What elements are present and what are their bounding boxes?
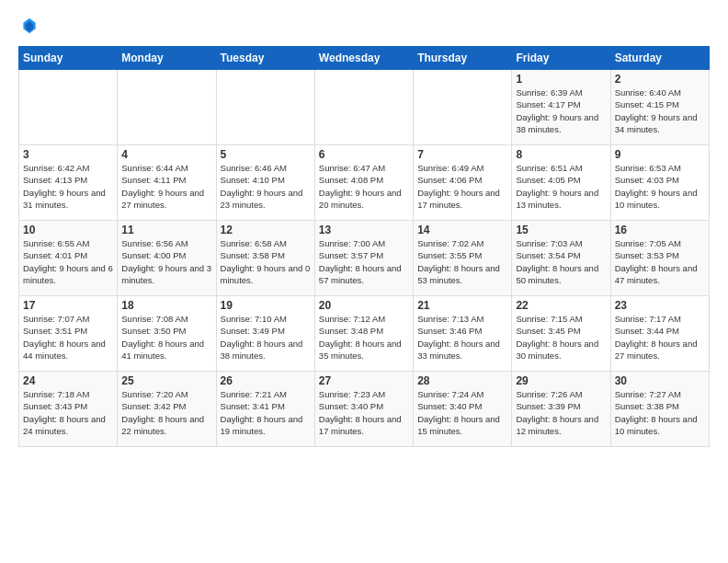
calendar-cell: 20Sunrise: 7:12 AM Sunset: 3:48 PM Dayli…	[314, 296, 413, 372]
day-number: 23	[615, 299, 705, 312]
header	[18, 17, 710, 39]
calendar-cell: 29Sunrise: 7:26 AM Sunset: 3:39 PM Dayli…	[512, 372, 610, 447]
weekday-header: Friday	[512, 47, 610, 70]
calendar-cell: 4Sunrise: 6:44 AM Sunset: 4:11 PM Daylig…	[118, 145, 216, 221]
day-info: Sunrise: 7:03 AM Sunset: 3:54 PM Dayligh…	[516, 237, 606, 286]
day-info: Sunrise: 7:00 AM Sunset: 3:57 PM Dayligh…	[319, 237, 409, 286]
weekday-header: Saturday	[610, 47, 709, 70]
day-info: Sunrise: 6:58 AM Sunset: 3:58 PM Dayligh…	[221, 237, 311, 286]
day-info: Sunrise: 7:18 AM Sunset: 3:43 PM Dayligh…	[23, 388, 113, 437]
day-info: Sunrise: 6:40 AM Sunset: 4:15 PM Dayligh…	[615, 86, 705, 135]
day-info: Sunrise: 6:46 AM Sunset: 4:10 PM Dayligh…	[221, 162, 311, 211]
day-info: Sunrise: 7:02 AM Sunset: 3:55 PM Dayligh…	[417, 237, 507, 286]
calendar-cell: 19Sunrise: 7:10 AM Sunset: 3:49 PM Dayli…	[216, 296, 314, 372]
day-info: Sunrise: 7:07 AM Sunset: 3:51 PM Dayligh…	[23, 313, 113, 362]
day-info: Sunrise: 6:44 AM Sunset: 4:11 PM Dayligh…	[121, 162, 211, 211]
calendar-body: 1Sunrise: 6:39 AM Sunset: 4:17 PM Daylig…	[19, 70, 710, 447]
calendar-cell: 13Sunrise: 7:00 AM Sunset: 3:57 PM Dayli…	[314, 221, 413, 296]
day-number: 29	[516, 374, 606, 387]
day-info: Sunrise: 6:49 AM Sunset: 4:06 PM Dayligh…	[417, 162, 507, 211]
logo-icon	[20, 17, 39, 35]
day-info: Sunrise: 6:55 AM Sunset: 4:01 PM Dayligh…	[23, 237, 113, 286]
calendar-cell: 1Sunrise: 6:39 AM Sunset: 4:17 PM Daylig…	[512, 70, 610, 145]
header-row: SundayMondayTuesdayWednesdayThursdayFrid…	[19, 47, 710, 70]
day-number: 22	[516, 299, 606, 312]
day-number: 21	[417, 299, 507, 312]
calendar-cell: 8Sunrise: 6:51 AM Sunset: 4:05 PM Daylig…	[512, 145, 610, 221]
day-number: 26	[221, 374, 311, 387]
day-number: 7	[417, 148, 507, 161]
day-info: Sunrise: 6:47 AM Sunset: 4:08 PM Dayligh…	[319, 162, 409, 211]
calendar-cell: 10Sunrise: 6:55 AM Sunset: 4:01 PM Dayli…	[19, 221, 118, 296]
day-number: 11	[121, 224, 211, 236]
calendar-cell: 6Sunrise: 6:47 AM Sunset: 4:08 PM Daylig…	[314, 145, 413, 221]
weekday-header: Monday	[118, 47, 216, 70]
day-number: 13	[319, 224, 409, 236]
calendar-cell: 30Sunrise: 7:27 AM Sunset: 3:38 PM Dayli…	[610, 372, 709, 447]
day-number: 8	[516, 148, 606, 161]
day-number: 14	[417, 224, 507, 236]
calendar-cell	[216, 70, 314, 145]
calendar-cell: 11Sunrise: 6:56 AM Sunset: 4:00 PM Dayli…	[118, 221, 216, 296]
calendar-cell	[314, 70, 413, 145]
calendar-cell: 5Sunrise: 6:46 AM Sunset: 4:10 PM Daylig…	[216, 145, 314, 221]
day-info: Sunrise: 7:24 AM Sunset: 3:40 PM Dayligh…	[417, 388, 507, 437]
day-info: Sunrise: 7:27 AM Sunset: 3:38 PM Dayligh…	[615, 388, 705, 437]
day-number: 17	[23, 299, 113, 312]
calendar-cell: 14Sunrise: 7:02 AM Sunset: 3:55 PM Dayli…	[414, 221, 512, 296]
day-info: Sunrise: 6:51 AM Sunset: 4:05 PM Dayligh…	[516, 162, 606, 211]
calendar-cell: 16Sunrise: 7:05 AM Sunset: 3:53 PM Dayli…	[610, 221, 709, 296]
calendar-cell: 9Sunrise: 6:53 AM Sunset: 4:03 PM Daylig…	[610, 145, 709, 221]
calendar-cell	[118, 70, 216, 145]
day-info: Sunrise: 6:53 AM Sunset: 4:03 PM Dayligh…	[615, 162, 705, 211]
calendar-cell: 28Sunrise: 7:24 AM Sunset: 3:40 PM Dayli…	[414, 372, 512, 447]
day-number: 3	[23, 148, 113, 161]
calendar-cell	[414, 70, 512, 145]
weekday-header: Tuesday	[216, 47, 314, 70]
day-info: Sunrise: 7:26 AM Sunset: 3:39 PM Dayligh…	[516, 388, 606, 437]
day-info: Sunrise: 6:39 AM Sunset: 4:17 PM Dayligh…	[516, 86, 606, 135]
weekday-header: Thursday	[414, 47, 512, 70]
calendar-cell: 3Sunrise: 6:42 AM Sunset: 4:13 PM Daylig…	[19, 145, 118, 221]
day-number: 24	[23, 374, 113, 387]
day-info: Sunrise: 7:05 AM Sunset: 3:53 PM Dayligh…	[615, 237, 705, 286]
calendar-cell	[19, 70, 118, 145]
calendar-cell: 26Sunrise: 7:21 AM Sunset: 3:41 PM Dayli…	[216, 372, 314, 447]
logo	[18, 17, 39, 39]
calendar-cell: 21Sunrise: 7:13 AM Sunset: 3:46 PM Dayli…	[414, 296, 512, 372]
calendar-cell: 12Sunrise: 6:58 AM Sunset: 3:58 PM Dayli…	[216, 221, 314, 296]
page: SundayMondayTuesdayWednesdayThursdayFrid…	[0, 0, 728, 563]
day-number: 19	[221, 299, 311, 312]
day-number: 16	[615, 224, 705, 236]
day-number: 1	[516, 73, 606, 86]
calendar-cell: 7Sunrise: 6:49 AM Sunset: 4:06 PM Daylig…	[414, 145, 512, 221]
calendar-cell: 23Sunrise: 7:17 AM Sunset: 3:44 PM Dayli…	[610, 296, 709, 372]
calendar-header: SundayMondayTuesdayWednesdayThursdayFrid…	[19, 47, 710, 70]
calendar-cell: 18Sunrise: 7:08 AM Sunset: 3:50 PM Dayli…	[118, 296, 216, 372]
day-number: 9	[615, 148, 705, 161]
calendar-week-row: 24Sunrise: 7:18 AM Sunset: 3:43 PM Dayli…	[19, 372, 710, 447]
weekday-header: Sunday	[19, 47, 118, 70]
day-number: 18	[121, 299, 211, 312]
calendar: SundayMondayTuesdayWednesdayThursdayFrid…	[18, 46, 710, 447]
day-info: Sunrise: 7:23 AM Sunset: 3:40 PM Dayligh…	[319, 388, 409, 437]
day-number: 27	[319, 374, 409, 387]
day-number: 5	[221, 148, 311, 161]
day-number: 28	[417, 374, 507, 387]
day-info: Sunrise: 6:42 AM Sunset: 4:13 PM Dayligh…	[23, 162, 113, 211]
calendar-week-row: 17Sunrise: 7:07 AM Sunset: 3:51 PM Dayli…	[19, 296, 710, 372]
day-info: Sunrise: 7:12 AM Sunset: 3:48 PM Dayligh…	[319, 313, 409, 362]
day-number: 30	[615, 374, 705, 387]
day-info: Sunrise: 7:13 AM Sunset: 3:46 PM Dayligh…	[417, 313, 507, 362]
calendar-cell: 2Sunrise: 6:40 AM Sunset: 4:15 PM Daylig…	[610, 70, 709, 145]
day-info: Sunrise: 7:08 AM Sunset: 3:50 PM Dayligh…	[121, 313, 211, 362]
day-number: 10	[23, 224, 113, 236]
calendar-cell: 22Sunrise: 7:15 AM Sunset: 3:45 PM Dayli…	[512, 296, 610, 372]
calendar-cell: 25Sunrise: 7:20 AM Sunset: 3:42 PM Dayli…	[118, 372, 216, 447]
day-number: 25	[121, 374, 211, 387]
day-info: Sunrise: 6:56 AM Sunset: 4:00 PM Dayligh…	[121, 237, 211, 286]
calendar-cell: 15Sunrise: 7:03 AM Sunset: 3:54 PM Dayli…	[512, 221, 610, 296]
day-info: Sunrise: 7:20 AM Sunset: 3:42 PM Dayligh…	[121, 388, 211, 437]
calendar-cell: 27Sunrise: 7:23 AM Sunset: 3:40 PM Dayli…	[314, 372, 413, 447]
day-number: 6	[319, 148, 409, 161]
